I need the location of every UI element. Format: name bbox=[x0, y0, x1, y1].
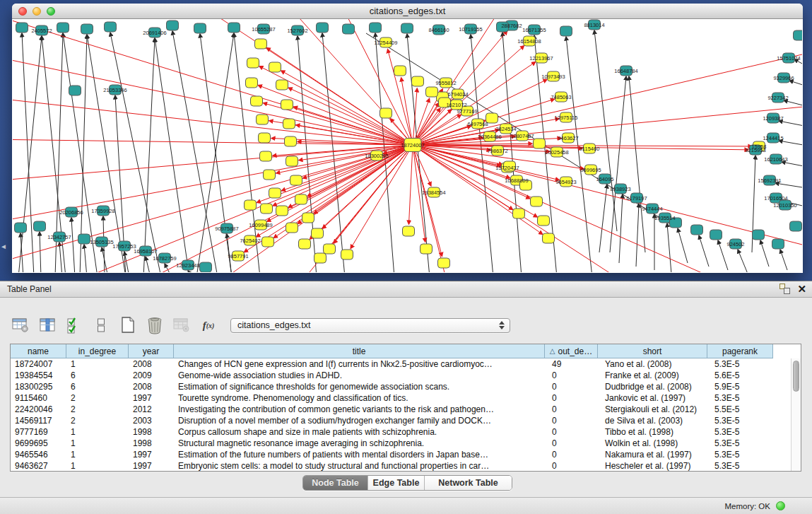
table-cell[interactable]: 2008 bbox=[129, 358, 174, 370]
graph-node[interactable] bbox=[285, 136, 297, 146]
table-row[interactable]: 946554611997Estimation of the future num… bbox=[11, 449, 791, 460]
table-cell[interactable]: Disruption of a novel member of a sodium… bbox=[174, 415, 545, 426]
table-cell[interactable]: 18300295 bbox=[11, 381, 66, 392]
table-cell[interactable]: Corpus callosum shape and size in male p… bbox=[174, 426, 545, 438]
graph-node[interactable] bbox=[264, 170, 276, 180]
new-file-icon[interactable] bbox=[119, 316, 137, 334]
graph-node[interactable] bbox=[324, 244, 336, 254]
table-cell[interactable]: Wolkin et al. (1998) bbox=[598, 438, 707, 449]
table-cell[interactable]: Tibbo et al. (1998) bbox=[598, 426, 707, 438]
table-row[interactable]: 911546021997Tourette syndrome. Phenomeno… bbox=[11, 392, 791, 404]
graph-node[interactable] bbox=[560, 26, 572, 36]
table-cell[interactable]: Structural magnetic resonance image aver… bbox=[174, 438, 545, 449]
graph-node[interactable] bbox=[343, 24, 355, 34]
table-cell[interactable]: Changes of HCN gene expression and I(f) … bbox=[174, 358, 545, 370]
graph-node[interactable] bbox=[794, 30, 803, 40]
graph-node[interactable] bbox=[290, 175, 302, 185]
graph-node[interactable] bbox=[438, 258, 450, 268]
graph-node[interactable] bbox=[426, 87, 438, 97]
column-header-name[interactable]: name bbox=[11, 344, 66, 358]
table-cell[interactable]: Dudbridge et al. (2008) bbox=[598, 381, 707, 392]
table-cell[interactable]: 5.5E-5 bbox=[707, 404, 773, 415]
table-cell[interactable]: 5.3E-5 bbox=[707, 392, 773, 404]
tab-node-table[interactable]: Node Table bbox=[303, 476, 368, 490]
table-cell[interactable]: Estimation of significance thresholds fo… bbox=[174, 381, 545, 392]
graph-node[interactable] bbox=[167, 21, 179, 30]
graph-node[interactable] bbox=[245, 200, 257, 210]
table-cell[interactable]: 49 bbox=[545, 358, 598, 370]
graph-node[interactable] bbox=[281, 100, 293, 110]
graph-node[interactable] bbox=[257, 115, 269, 124]
table-row[interactable]: 2242004622012Investigating the contribut… bbox=[11, 404, 791, 415]
graph-node[interactable] bbox=[251, 96, 263, 106]
table-row[interactable]: 977716911998Corpus callosum shape and si… bbox=[11, 426, 791, 438]
graph-node[interactable] bbox=[401, 23, 413, 33]
tab-network-table[interactable]: Network Table bbox=[425, 476, 512, 490]
table-cell[interactable]: 5.3E-5 bbox=[707, 460, 773, 471]
graph-node[interactable] bbox=[259, 133, 271, 143]
graph-node[interactable] bbox=[286, 223, 298, 233]
table-cell[interactable]: 2008 bbox=[129, 381, 174, 392]
graph-node[interactable] bbox=[420, 244, 433, 254]
graph-node[interactable] bbox=[200, 262, 212, 272]
graph-node[interactable] bbox=[302, 213, 314, 223]
graph-node[interactable] bbox=[403, 226, 415, 236]
select-all-icon[interactable] bbox=[65, 316, 83, 334]
table-cell[interactable]: Stergiakouli et al. (2012) bbox=[598, 404, 707, 415]
table-cell[interactable]: 18724007 bbox=[11, 358, 66, 370]
table-selector-dropdown[interactable]: citations_edges.txt bbox=[230, 318, 510, 333]
table-row[interactable]: 1456911722003Disruption of a novel membe… bbox=[11, 415, 791, 426]
table-cell[interactable]: 0 bbox=[545, 415, 598, 426]
table-cell[interactable]: 2003 bbox=[129, 415, 174, 426]
graph-node[interactable] bbox=[513, 209, 525, 218]
graph-node[interactable] bbox=[341, 250, 353, 259]
graph-node[interactable] bbox=[228, 23, 240, 33]
graph-node[interactable] bbox=[691, 225, 703, 235]
table-cell[interactable]: 1998 bbox=[129, 438, 174, 449]
table-row[interactable]: 1830029562008Estimation of significance … bbox=[11, 381, 791, 392]
column-header-year[interactable]: year bbox=[129, 344, 174, 358]
graph-node[interactable] bbox=[16, 23, 28, 33]
function-builder-icon[interactable]: f(x) bbox=[199, 316, 218, 334]
table-cell[interactable]: 0 bbox=[545, 381, 598, 392]
table-cell[interactable]: 0 bbox=[545, 438, 598, 449]
graph-node[interactable] bbox=[312, 228, 324, 238]
graph-node[interactable] bbox=[283, 119, 295, 129]
graph-node[interactable] bbox=[276, 80, 288, 90]
table-cell[interactable]: 9115460 bbox=[11, 392, 66, 404]
network-window[interactable]: citations_edges.txt 1872400728 bbox=[12, 4, 803, 273]
table-cell[interactable]: 0 bbox=[545, 392, 598, 404]
table-cell[interactable]: 2 bbox=[66, 392, 129, 404]
column-header-title[interactable]: title bbox=[174, 344, 545, 358]
graph-node[interactable] bbox=[247, 58, 259, 68]
column-header-short[interactable]: short bbox=[598, 344, 707, 358]
graph-node[interactable] bbox=[710, 230, 722, 240]
table-cell[interactable]: Embryonic stem cells: a model to study s… bbox=[174, 460, 545, 471]
graph-node[interactable] bbox=[790, 221, 802, 231]
close-panel-icon[interactable]: ✕ bbox=[797, 284, 806, 294]
graph-node[interactable] bbox=[317, 23, 329, 33]
graph-node[interactable] bbox=[255, 39, 267, 49]
graph-node[interactable] bbox=[531, 197, 543, 206]
show-column-icon[interactable] bbox=[38, 316, 57, 334]
graph-node[interactable] bbox=[534, 139, 546, 148]
table-cell[interactable]: de Silva et al. (2003) bbox=[598, 415, 707, 426]
graph-node[interactable] bbox=[57, 23, 69, 33]
table-cell[interactable]: 2 bbox=[66, 415, 129, 426]
table-cell[interactable]: 9699695 bbox=[11, 438, 66, 449]
table-cell[interactable]: 2 bbox=[66, 404, 129, 415]
table-cell[interactable]: 1 bbox=[66, 358, 129, 370]
table-cell[interactable]: 1998 bbox=[129, 426, 174, 438]
graph-node[interactable] bbox=[394, 66, 406, 76]
graph-node[interactable] bbox=[81, 24, 93, 34]
graph-node[interactable] bbox=[772, 239, 784, 249]
table-cell[interactable]: 9777169 bbox=[11, 426, 66, 438]
table-cell[interactable]: 5.3E-5 bbox=[707, 415, 773, 426]
graph-node[interactable] bbox=[753, 230, 765, 240]
table-cell[interactable]: 0 bbox=[545, 460, 598, 471]
table-cell[interactable]: Investigating the contribution of common… bbox=[174, 404, 545, 415]
float-panel-icon[interactable] bbox=[779, 284, 790, 294]
graph-node[interactable] bbox=[538, 216, 550, 226]
table-settings-icon[interactable] bbox=[11, 316, 30, 334]
delete-icon[interactable] bbox=[146, 316, 164, 334]
